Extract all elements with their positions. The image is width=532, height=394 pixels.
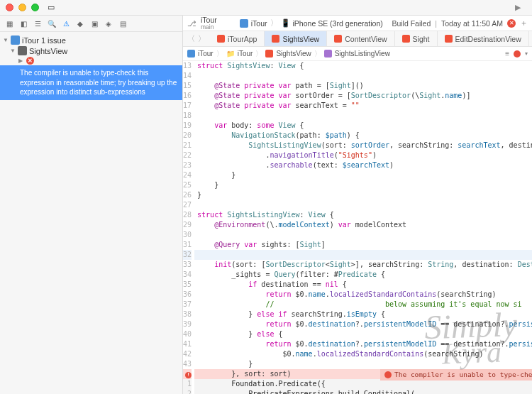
close-window-button[interactable] <box>6 4 13 11</box>
code-line[interactable]: } <box>194 180 532 190</box>
scheme-target: iTour <box>251 19 267 28</box>
tab-sightsview[interactable]: SightsView <box>265 31 327 46</box>
code-line[interactable]: } else if searchString.isEmpty { <box>194 310 532 319</box>
disclosure-icon[interactable]: ▶ <box>18 58 24 64</box>
code-line[interactable] <box>194 250 532 260</box>
crumb-file[interactable]: SightsView <box>276 50 311 58</box>
swift-file-icon <box>402 35 410 43</box>
back-button[interactable]: 〈 <box>187 34 195 44</box>
swift-file-icon <box>272 35 279 43</box>
activity-status[interactable]: Build Failed | Today at 11:50 AM ✕ ＋ <box>392 18 528 28</box>
report-navigator-icon[interactable]: ▤ <box>118 18 128 28</box>
code-line[interactable]: @State private var path = [Sight]() <box>194 81 532 91</box>
code-line[interactable]: @Query var sights: [Sight] <box>194 240 532 250</box>
tab-contentview[interactable]: ContentView <box>327 31 394 46</box>
code-line[interactable] <box>194 71 532 81</box>
inline-error-banner[interactable]: The compiler is unable to type-check thi… <box>380 369 532 381</box>
source-control-navigator-icon[interactable]: ◧ <box>18 18 28 28</box>
run-button[interactable]: ▶ <box>515 3 521 12</box>
tab-label: EditDestinationView <box>455 35 521 43</box>
tab-label: SightsView <box>282 35 319 43</box>
struct-icon <box>324 50 332 58</box>
code-line[interactable]: init(sort: [SortDescriptor<Sight>], sear… <box>194 260 532 270</box>
line-gutter[interactable]: 1314151617181920212223242526272829303132… <box>183 61 194 394</box>
issue-file-row[interactable]: ▼ SightsView <box>0 45 182 56</box>
code-line[interactable] <box>194 111 532 121</box>
code-line[interactable]: } <box>194 359 532 369</box>
editor-tabs: 〈 〉 iTourAppSightsViewContentViewSightEd… <box>183 31 532 47</box>
code-line[interactable]: NavigationStack(path: $path) { <box>194 131 532 141</box>
branch-label: main <box>201 24 217 31</box>
jump-bar[interactable]: iTour 〉 📁 iTour 〉 SightsView 〉 SightsLis… <box>183 47 532 61</box>
code-line[interactable]: $0.name.localizedStandardContains(search… <box>194 349 532 359</box>
code-line[interactable]: struct SightsListingView: View { <box>194 210 532 220</box>
swift-file-icon <box>217 35 225 43</box>
code-line[interactable]: } else { <box>194 329 532 339</box>
folder-icon: 📁 <box>226 50 235 58</box>
issue-project-row[interactable]: ▼ iTour 1 issue <box>0 35 182 45</box>
forward-button[interactable]: 〉 <box>198 34 206 44</box>
tab-itourapp[interactable]: iTourApp <box>210 31 265 46</box>
code-line[interactable]: .searchable(text: $searchText) <box>194 160 532 170</box>
project-navigator-icon[interactable]: ▦ <box>4 18 14 28</box>
debug-navigator-icon[interactable]: ▣ <box>89 18 99 28</box>
error-indicator-icon[interactable] <box>514 50 521 58</box>
code-line[interactable]: return $0.name.localizedStandardContains… <box>194 290 532 300</box>
scheme-device: iPhone SE (3rd generation) <box>293 19 383 28</box>
code-line[interactable]: @State private var searchText = "" <box>194 101 532 111</box>
chevron-icon[interactable]: ▾ <box>525 50 528 57</box>
code-line[interactable]: return $0.destination?.persistentModelID… <box>194 319 532 329</box>
code-line[interactable]: .navigationTitle("Sights") <box>194 151 532 160</box>
error-icon: ✕ <box>26 57 34 65</box>
tab-sight[interactable]: Sight <box>395 31 438 46</box>
code-line[interactable]: } <box>194 190 532 200</box>
toggle-sidebar-button[interactable]: ▭ <box>44 3 58 12</box>
scheme-selector[interactable]: iTour 〉 📱 iPhone SE (3rd generation) <box>240 18 383 28</box>
code-line[interactable]: var body: some View { <box>194 121 532 131</box>
tab-label: ContentView <box>345 35 387 43</box>
breakpoint-navigator-icon[interactable]: ◈ <box>104 18 113 28</box>
code-line[interactable]: _sights = Query(filter: #Predicate { <box>194 270 532 280</box>
issue-navigator-icon[interactable]: ⚠ <box>61 18 71 28</box>
tab-editdestinationview[interactable]: EditDestinationView <box>438 31 529 46</box>
code-line[interactable]: struct SightsView: View { <box>194 61 532 71</box>
code-line[interactable]: PredicateExpressions.build_Conditional( <box>194 389 532 394</box>
code-line[interactable] <box>194 230 532 240</box>
test-navigator-icon[interactable]: ◆ <box>75 18 85 28</box>
swift-file-icon <box>18 46 27 55</box>
minimize-window-button[interactable] <box>18 4 26 11</box>
code-line[interactable]: return $0.destination?.persistentModelID… <box>194 339 532 349</box>
source-editor[interactable]: 1314151617181920212223242526272829303132… <box>183 61 532 394</box>
navigator-sidebar: ▦ ◧ ☰ 🔍 ⚠ ◆ ▣ ◈ ▤ ▼ iTour 1 issue ▼ Sigh… <box>0 16 183 394</box>
issue-project-label: iTour 1 issue <box>22 36 66 45</box>
find-navigator-icon[interactable]: 🔍 <box>47 18 57 28</box>
code-line[interactable]: SightsListingView(sort: sortOrder, searc… <box>194 141 532 151</box>
navigator-selector: ▦ ◧ ☰ 🔍 ⚠ ◆ ▣ ◈ ▤ <box>0 16 182 32</box>
window-titlebar: ▭ ▶ <box>0 0 532 16</box>
branch-icon[interactable]: ⎇ <box>187 19 196 28</box>
crumb-symbol[interactable]: SightsListingView <box>335 50 390 58</box>
add-button[interactable]: ＋ <box>520 18 528 28</box>
issue-detail-text[interactable]: The compiler is unable to type-check thi… <box>0 65 182 100</box>
code-line[interactable]: Foundation.Predicate({ <box>194 379 532 389</box>
zoom-window-button[interactable] <box>31 4 39 11</box>
code-line[interactable]: if destination == nil { <box>194 280 532 290</box>
error-badge-icon[interactable]: ✕ <box>507 19 516 28</box>
disclosure-icon[interactable]: ▼ <box>10 48 16 54</box>
disclosure-icon[interactable]: ▼ <box>3 37 9 43</box>
crumb-folder[interactable]: iTour <box>238 50 253 58</box>
code-line[interactable]: } <box>194 170 532 180</box>
code-line[interactable]: // below assuming it's equal now si <box>194 300 532 310</box>
code-line[interactable] <box>194 200 532 210</box>
swift-file-icon <box>265 50 273 58</box>
code-line[interactable]: @Environment(\.modelContext) var modelCo… <box>194 220 532 230</box>
code-line[interactable]: @State private var sortOrder = [SortDesc… <box>194 91 532 101</box>
bookmark-navigator-icon[interactable]: ☰ <box>33 18 43 28</box>
crumb-project[interactable]: iTour <box>198 50 214 58</box>
code-content[interactable]: struct SightsView: View { @State private… <box>194 61 532 394</box>
swift-file-icon <box>445 35 453 43</box>
outline-icon[interactable]: ≡ <box>505 50 509 58</box>
issue-row-header[interactable]: ▶ ✕ <box>0 56 182 65</box>
build-time-label: Today at 11:50 AM <box>441 19 503 28</box>
app-icon <box>240 19 248 28</box>
